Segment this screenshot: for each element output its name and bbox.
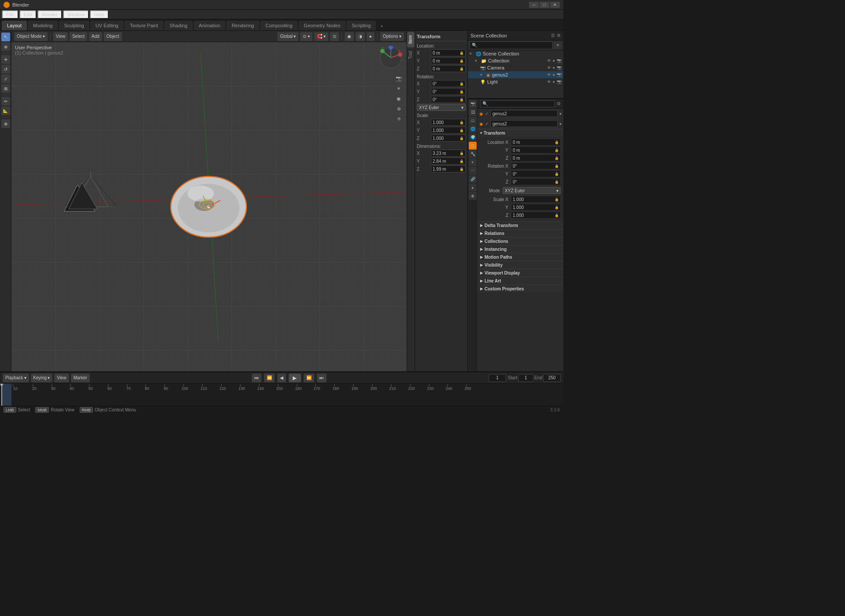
menu-edit[interactable]: Edit [19, 10, 37, 19]
output-properties-icon[interactable]: 🖼 [469, 108, 477, 116]
timeline-ruler[interactable]: 10 20 30 40 50 60 70 80 90 100 [0, 384, 563, 406]
tab-scripting[interactable]: Scripting [346, 21, 376, 30]
obj-rot-z-field[interactable]: 0° 🔒 [511, 178, 561, 185]
tab-tool[interactable]: Tool [407, 48, 415, 62]
data-properties-icon[interactable]: ▲ [469, 183, 477, 191]
dim-z-field[interactable]: 1.99 m 🔒 [431, 165, 466, 172]
viewport-shading-solid[interactable]: ◉ [345, 32, 354, 41]
viewport-shading-material[interactable]: ◑ [356, 32, 365, 41]
data-name-options[interactable]: ▾ [559, 121, 562, 126]
camera-item[interactable]: 📷 Camera 👁 ● 📷 [468, 64, 563, 71]
collection-item[interactable]: ▾ 📁 Collection 👁 ● 📷 [468, 57, 563, 64]
play-button[interactable]: ▶ [289, 374, 301, 382]
proportional-edit-button[interactable]: ⊙ [330, 32, 339, 41]
tab-animation[interactable]: Animation [194, 21, 226, 30]
menu-file[interactable]: File [2, 10, 18, 19]
data-name-field[interactable] [490, 120, 558, 127]
options-button[interactable]: Options ▾ [380, 32, 404, 41]
viewport[interactable]: Object Mode ▾ View Select Add Object Glo… [11, 31, 407, 371]
collections-header[interactable]: ▶ Collections [478, 238, 563, 245]
render-properties-icon[interactable]: 📷 [469, 100, 477, 108]
measure-tool-button[interactable]: 📐 [1, 106, 10, 115]
location-x-field[interactable]: 0 m 🔒 [431, 49, 466, 56]
mode-dropdown[interactable]: XYZ Euler▾ [503, 187, 561, 194]
line-art-header[interactable]: ▶ Line Art [478, 277, 563, 285]
object-mode-button[interactable]: Object Mode ▾ [14, 32, 48, 41]
view-layer-icon[interactable]: 🗂 [469, 117, 477, 125]
obj-rot-x-field[interactable]: 0° 🔒 [511, 162, 561, 169]
frame-end-input[interactable] [543, 374, 561, 382]
add-workspace-button[interactable]: + [377, 22, 386, 30]
visibility-header[interactable]: ▶ Visibility [478, 261, 563, 269]
genus2-eye-btn[interactable]: 👁 [547, 73, 551, 77]
tab-modeling[interactable]: Modeling [28, 21, 58, 30]
camera-eye-btn[interactable]: 👁 [547, 66, 551, 70]
dim-y-field[interactable]: 2.84 m 🔒 [431, 158, 466, 165]
obj-scl-y-field[interactable]: 1.000 🔒 [511, 204, 561, 211]
outliner-search-input[interactable] [470, 41, 553, 49]
outliner-filter-btn[interactable]: ☰ [551, 33, 555, 38]
dim-x-field[interactable]: 3.23 m 🔒 [431, 150, 466, 157]
light-icon[interactable]: ☀ [394, 84, 403, 93]
add-menu-button[interactable]: Add [89, 32, 102, 41]
obj-loc-x-field[interactable]: 0 m 🔒 [511, 139, 561, 146]
outliner-options-btn[interactable]: ⚙ [557, 33, 561, 38]
genus2-render-btn[interactable]: 📷 [557, 73, 562, 77]
modifier-properties-icon[interactable]: 🔧 [469, 150, 477, 158]
scene-collection-item[interactable]: ▾ 🌐 Scene Collection [468, 50, 563, 57]
tab-texture-paint[interactable]: Texture Paint [125, 21, 163, 30]
obj-name-options[interactable]: ▾ [559, 111, 562, 116]
snapping-button[interactable]: 🧲 ▾ [314, 32, 328, 41]
scale-z-field[interactable]: 1.000 🔒 [431, 135, 466, 142]
tab-shading[interactable]: Shading [164, 21, 192, 30]
material-preview-icon[interactable]: ◉ [394, 94, 403, 103]
camera-view-icon[interactable]: 📷 [394, 74, 403, 83]
view-menu-button[interactable]: View [53, 32, 68, 41]
particles-icon[interactable]: ✦ [469, 158, 477, 166]
light-render-btn[interactable]: 📷 [557, 80, 562, 84]
instancing-header[interactable]: ▶ Instancing [478, 246, 563, 253]
minimize-button[interactable]: ─ [529, 2, 539, 8]
delta-transform-header[interactable]: ▶ Delta Transform [478, 222, 563, 229]
maximize-button[interactable]: □ [540, 2, 549, 8]
tab-layout[interactable]: Layout [2, 21, 27, 30]
show-overlay-icon[interactable]: ⊕ [394, 104, 403, 113]
close-button[interactable]: ✕ [550, 2, 560, 8]
viewport-gizmo[interactable]: X Y Z [379, 46, 403, 70]
playback-menu[interactable]: Playback ▾ [3, 374, 29, 382]
select-menu-button[interactable]: Select [70, 32, 87, 41]
rotate-tool-button[interactable]: ↺ [1, 65, 10, 73]
light-eye-btn[interactable]: 👁 [547, 80, 551, 84]
frame-start-input[interactable] [518, 374, 533, 382]
viewport-shading-rendered[interactable]: ● [367, 32, 375, 41]
rotation-z-field[interactable]: 0° 🔒 [431, 96, 466, 103]
obj-loc-z-field[interactable]: 0 m 🔒 [511, 154, 561, 161]
show-gizmo-icon[interactable]: ✛ [394, 114, 403, 123]
collection-eye-btn[interactable]: 👁 [547, 59, 551, 63]
global-transform-button[interactable]: Global ▾ [277, 32, 298, 41]
custom-props-header[interactable]: ▶ Custom Properties [478, 285, 563, 293]
keying-menu[interactable]: Keying ▾ [31, 374, 53, 382]
world-properties-icon[interactable]: 🌍 [469, 133, 477, 141]
tab-geometry-nodes[interactable]: Geometry Nodes [298, 21, 345, 30]
cursor-tool-button[interactable]: ⊕ [1, 42, 10, 51]
obj-props-options[interactable]: ⚙ [557, 101, 561, 106]
tab-compositing[interactable]: Compositing [260, 21, 298, 30]
tab-uv-editing[interactable]: UV Editing [90, 21, 124, 30]
rotation-x-field[interactable]: 0° 🔒 [431, 80, 466, 87]
object-menu-button[interactable]: Object [104, 32, 122, 41]
collection-restrict-btn[interactable]: ● [553, 59, 555, 63]
camera-restrict-btn[interactable]: ● [553, 66, 555, 70]
menu-window[interactable]: Window [63, 10, 89, 19]
transform-section-header[interactable]: ▾ Transform [478, 129, 563, 137]
rotation-mode-dropdown[interactable]: XYZ Euler▾ [417, 104, 466, 111]
jump-end-button[interactable]: ⏭ [317, 374, 327, 382]
transform-tool-button[interactable]: ⊞ [1, 84, 10, 93]
annotate-tool-button[interactable]: ✏ [1, 97, 10, 106]
add-tool-button[interactable]: ⊕ [1, 119, 10, 128]
obj-props-search[interactable] [480, 100, 555, 107]
scene-properties-icon[interactable]: 🌐 [469, 125, 477, 133]
obj-scl-z-field[interactable]: 1.000 🔒 [511, 212, 561, 219]
light-item[interactable]: 💡 Light 👁 ● 📷 [468, 78, 563, 85]
tab-item[interactable]: Item [407, 32, 415, 47]
